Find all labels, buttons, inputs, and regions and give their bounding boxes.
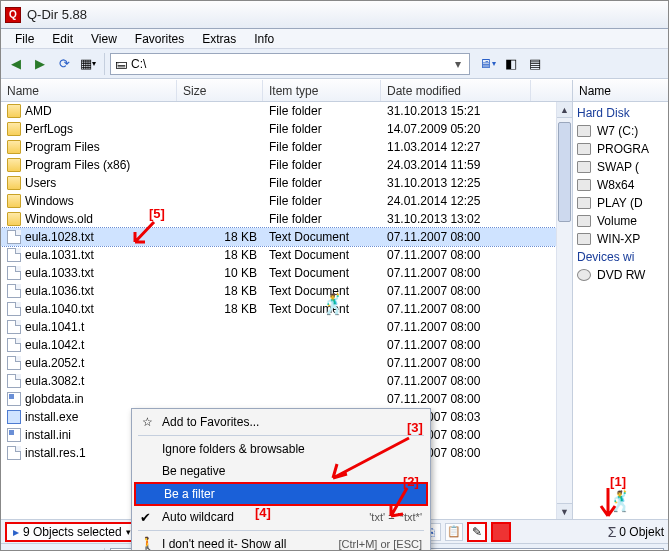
device-item[interactable]: DVD RW bbox=[573, 266, 668, 284]
file-row[interactable]: eula.1040.txt18 KBText Document07.11.200… bbox=[1, 300, 572, 318]
ctx-be-a-filter[interactable]: Be a filter bbox=[134, 482, 428, 506]
address-bar[interactable]: 🖴 C:\ ▾ bbox=[110, 53, 470, 75]
refresh-button[interactable]: ⟳ bbox=[53, 53, 75, 75]
file-row[interactable]: Program Files (x86)File folder24.03.2014… bbox=[1, 156, 572, 174]
file-date: 11.03.2014 12:27 bbox=[381, 140, 531, 154]
file-row[interactable]: eula.1033.txt10 KBText Document07.11.200… bbox=[1, 264, 572, 282]
file-type: Text Document bbox=[263, 266, 381, 280]
ctx-label: Be negative bbox=[162, 464, 225, 478]
ctx-add-favorites[interactable]: ☆ Add to Favorites... bbox=[134, 411, 428, 433]
file-row[interactable]: UsersFile folder31.10.2013 12:25 bbox=[1, 174, 572, 192]
red-square-button[interactable] bbox=[491, 522, 511, 542]
sigma-icon: Σ bbox=[608, 524, 617, 540]
file-name: eula.1042.t bbox=[25, 338, 84, 352]
file-name: Windows.old bbox=[25, 212, 93, 226]
drive-item[interactable]: W7 (C:) bbox=[573, 122, 668, 140]
file-row[interactable]: Windows.oldFile folder31.10.2013 13:02 bbox=[1, 210, 572, 228]
menu-info[interactable]: Info bbox=[246, 31, 282, 47]
ctx-show-all[interactable]: 🚶 I don't need it- Show all [Ctrl+M] or … bbox=[134, 533, 428, 551]
col-size[interactable]: Size bbox=[177, 80, 263, 101]
file-row[interactable]: eula.1036.txt18 KBText Document07.11.200… bbox=[1, 282, 572, 300]
scroll-thumb[interactable] bbox=[558, 122, 571, 222]
drive-label: SWAP ( bbox=[597, 160, 639, 174]
file-row[interactable]: eula.1042.t07.11.2007 08:00 bbox=[1, 336, 572, 354]
forward-button[interactable]: ▶ bbox=[29, 548, 51, 552]
scroll-up-button[interactable]: ▲ bbox=[557, 102, 572, 118]
monitor-icon[interactable]: 🖥▾ bbox=[476, 53, 498, 75]
file-row[interactable]: eula.3082.t07.11.2007 08:00 bbox=[1, 372, 572, 390]
scrollbar-vertical[interactable]: ▲ ▼ bbox=[556, 102, 572, 519]
ctx-ignore-folders[interactable]: Ignore folders & browsable bbox=[134, 438, 428, 460]
ctx-hint: [Ctrl+M] or [ESC] bbox=[339, 538, 422, 550]
ctx-label: Auto wildcard bbox=[162, 510, 234, 524]
drive-label: PROGRA bbox=[597, 142, 649, 156]
drive-item[interactable]: SWAP ( bbox=[573, 158, 668, 176]
file-row[interactable]: eula.1028.txt18 KBText Document07.11.200… bbox=[1, 228, 572, 246]
paste-button[interactable]: 📋 bbox=[445, 523, 463, 541]
file-name: eula.1041.t bbox=[25, 320, 84, 334]
back-button[interactable]: ◀ bbox=[5, 548, 27, 552]
file-name: Program Files (x86) bbox=[25, 158, 130, 172]
file-row[interactable]: WindowsFile folder24.01.2014 12:25 bbox=[1, 192, 572, 210]
file-row[interactable]: Program FilesFile folder11.03.2014 12:27 bbox=[1, 138, 572, 156]
drive-item[interactable]: PROGRA bbox=[573, 140, 668, 158]
layout-button[interactable]: ▦▾ bbox=[77, 548, 99, 552]
refresh-button[interactable]: ⟳ bbox=[53, 548, 75, 552]
file-row[interactable]: PerfLogsFile folder14.07.2009 05:20 bbox=[1, 120, 572, 138]
drive-item[interactable]: Volume bbox=[573, 212, 668, 230]
drive-item[interactable]: W8x64 bbox=[573, 176, 668, 194]
menu-edit[interactable]: Edit bbox=[44, 31, 81, 47]
menu-file[interactable]: File bbox=[7, 31, 42, 47]
exe-icon bbox=[7, 410, 21, 424]
folder-icon bbox=[7, 122, 21, 136]
scroll-down-button[interactable]: ▼ bbox=[557, 503, 572, 519]
file-row[interactable]: AMDFile folder31.10.2013 15:21 bbox=[1, 102, 572, 120]
ctx-be-negative[interactable]: Be negative bbox=[134, 460, 428, 482]
back-button[interactable]: ◀ bbox=[5, 53, 27, 75]
right-col-header[interactable]: Name bbox=[573, 80, 668, 102]
file-row[interactable]: globdata.in07.11.2007 08:00 bbox=[1, 390, 572, 408]
details-toggle[interactable]: ▤ bbox=[524, 53, 546, 75]
main-area: Name Size Item type Date modified AMDFil… bbox=[1, 79, 668, 519]
drive-label: W7 (C:) bbox=[597, 124, 638, 138]
file-date: 14.07.2009 05:20 bbox=[381, 122, 531, 136]
ctx-label: I don't need it- Show all bbox=[162, 537, 286, 551]
disc-icon bbox=[577, 269, 591, 281]
file-name: eula.1028.txt bbox=[25, 230, 94, 244]
file-name: install.ini bbox=[25, 428, 71, 442]
device-label: DVD RW bbox=[597, 268, 645, 282]
menu-favorites[interactable]: Favorites bbox=[127, 31, 192, 47]
file-type: File folder bbox=[263, 212, 381, 226]
drive-item[interactable]: PLAY (D bbox=[573, 194, 668, 212]
file-name: eula.1033.txt bbox=[25, 266, 94, 280]
col-name[interactable]: Name bbox=[1, 80, 177, 101]
folder-icon bbox=[7, 212, 21, 226]
file-name: eula.1036.txt bbox=[25, 284, 94, 298]
column-header: Name Size Item type Date modified bbox=[1, 80, 572, 102]
file-date: 07.11.2007 08:00 bbox=[381, 302, 531, 316]
ctx-auto-wildcard[interactable]: ✔ Auto wildcard 'txt' = '*txt*' bbox=[134, 506, 428, 528]
selection-status[interactable]: ▸ 9 Objects selected ▾ bbox=[5, 522, 139, 542]
file-row[interactable]: eula.1041.t07.11.2007 08:00 bbox=[1, 318, 572, 336]
file-icon bbox=[7, 302, 21, 316]
layout-button[interactable]: ▦▾ bbox=[77, 53, 99, 75]
file-size: 18 KB bbox=[177, 284, 263, 298]
menu-view[interactable]: View bbox=[83, 31, 125, 47]
menu-extras[interactable]: Extras bbox=[194, 31, 244, 47]
file-date: 07.11.2007 08:00 bbox=[381, 338, 531, 352]
file-name: globdata.in bbox=[25, 392, 84, 406]
preview-toggle[interactable]: ◧ bbox=[500, 53, 522, 75]
file-row[interactable]: eula.1031.txt18 KBText Document07.11.200… bbox=[1, 246, 572, 264]
file-row[interactable]: eula.2052.t07.11.2007 08:00 bbox=[1, 354, 572, 372]
col-date[interactable]: Date modified bbox=[381, 80, 531, 101]
file-icon bbox=[7, 446, 21, 460]
edit-button[interactable]: ✎ bbox=[467, 522, 487, 542]
forward-button[interactable]: ▶ bbox=[29, 53, 51, 75]
drive-list[interactable]: Hard DiskW7 (C:)PROGRASWAP (W8x64PLAY (D… bbox=[573, 102, 668, 284]
file-type: File folder bbox=[263, 122, 381, 136]
disk-icon bbox=[577, 197, 591, 209]
file-date: 24.01.2014 12:25 bbox=[381, 194, 531, 208]
col-type[interactable]: Item type bbox=[263, 80, 381, 101]
drive-item[interactable]: WIN-XP bbox=[573, 230, 668, 248]
separator bbox=[104, 548, 105, 552]
